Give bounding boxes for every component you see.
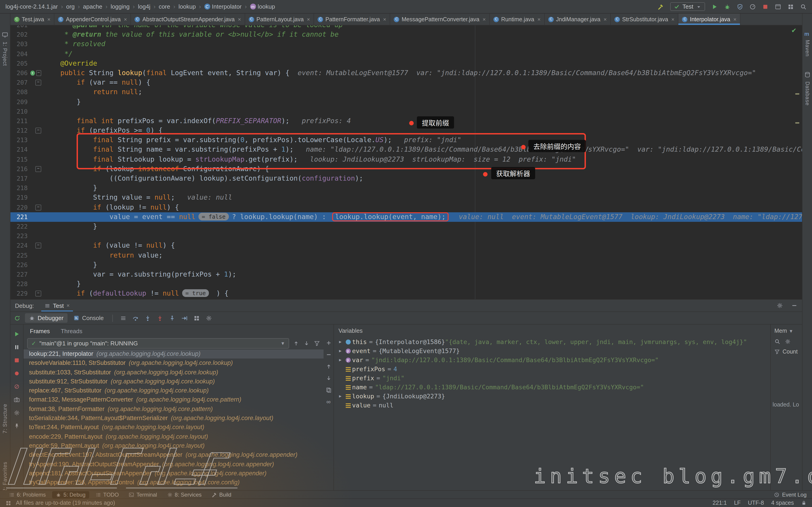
toolwindow-button-5-debug[interactable]: 5: Debug — [52, 491, 89, 498]
sidebar-item-structure[interactable]: 7: Structure — [2, 404, 8, 434]
settings-icon[interactable] — [206, 315, 212, 321]
profiler-icon[interactable] — [750, 3, 756, 10]
breadcrumb-item[interactable]: mlookup — [250, 3, 275, 10]
tab-console[interactable]: Console — [69, 313, 108, 323]
resume-icon[interactable] — [14, 331, 20, 337]
search-icon[interactable] — [774, 339, 780, 344]
sidebar-item-project[interactable]: 1: Project — [2, 42, 8, 66]
breadcrumb-item[interactable]: CInterpolator — [204, 3, 242, 10]
fold-icon[interactable]: − — [36, 70, 41, 76]
tab-patternlayout-java[interactable]: CPatternLayout.java× — [245, 13, 314, 25]
expand-icon[interactable]: ▶ — [337, 340, 344, 344]
lock-icon[interactable] — [801, 500, 807, 506]
step-over-icon[interactable] — [132, 315, 139, 321]
stack-frame[interactable]: append:181, AbstractOutputStreamAppender… — [23, 469, 323, 478]
toolwindow-button-8-services[interactable]: 8: Services — [163, 491, 205, 498]
close-icon[interactable]: × — [604, 16, 607, 22]
stack-frame[interactable]: lookup:221, Interpolator(org.apache.logg… — [23, 349, 323, 359]
coverage-icon[interactable] — [737, 3, 743, 10]
indent-setting[interactable]: 4 spaces — [771, 500, 794, 506]
stack-frame[interactable]: tryAppend:190, AbstractOutputStreamAppen… — [23, 460, 323, 469]
close-icon[interactable]: × — [733, 16, 737, 22]
toolwindow-button-terminal[interactable]: Terminal — [125, 491, 161, 498]
expand-icon[interactable]: ▶ — [337, 357, 344, 362]
toolwindow-button-todo[interactable]: TODO — [92, 491, 122, 498]
arrow-up-icon[interactable] — [325, 363, 332, 370]
run-config-select[interactable]: Test — [670, 2, 705, 11]
close-icon[interactable]: × — [238, 16, 241, 22]
pin-icon[interactable] — [14, 423, 20, 429]
minimize-icon[interactable] — [791, 302, 798, 309]
step-into-icon[interactable] — [145, 315, 151, 321]
toolwindow-button-6-problems[interactable]: 6: Problems — [5, 491, 49, 498]
expand-icon[interactable]: ▶ — [337, 349, 344, 353]
run-cursor-icon[interactable] — [181, 315, 188, 321]
tab-interpolator-java[interactable]: CInterpolator.java× — [678, 13, 741, 25]
play-icon[interactable] — [711, 3, 718, 10]
event-log-button[interactable]: Event Log — [774, 491, 807, 498]
close-icon[interactable]: × — [483, 16, 486, 22]
breadcrumb-item[interactable]: log4j-core-2.14.1.jar — [5, 3, 58, 10]
plus-icon[interactable] — [325, 340, 332, 346]
gear-icon[interactable] — [777, 302, 783, 309]
variable-row[interactable]: ▶this={Interpolator@1586} "{date, java, … — [334, 337, 770, 346]
menu-icon[interactable] — [120, 315, 126, 321]
stop-icon[interactable] — [14, 357, 20, 363]
file-encoding[interactable]: UTF-8 — [748, 500, 764, 506]
stack-frame[interactable]: substitute:912, StrSubstitutor(org.apach… — [23, 377, 323, 386]
override-marker-icon[interactable]: ↑ — [30, 71, 35, 75]
fold-icon[interactable]: − — [35, 243, 41, 249]
close-icon[interactable]: × — [538, 16, 541, 22]
breadcrumb-item[interactable]: core — [159, 3, 170, 10]
variable-row[interactable]: name="ldap://127.0.0.1:1389/Basic/Comman… — [334, 383, 770, 392]
thread-dump-icon[interactable] — [14, 397, 20, 403]
funnel-icon[interactable] — [314, 340, 320, 346]
toolwindow-button-build[interactable]: Build — [208, 491, 235, 498]
breadcrumb-item[interactable]: apache — [83, 3, 102, 10]
stack-frame[interactable]: tryCallAppender:156, AppenderControl(org… — [23, 478, 323, 487]
fold-icon[interactable]: − — [35, 128, 41, 133]
tab-jndimanager-java[interactable]: CJndiManager.java× — [545, 13, 611, 25]
breadcrumb-item[interactable]: logging — [111, 3, 130, 10]
bug-icon[interactable] — [724, 3, 730, 10]
tab-runtime-java[interactable]: CRuntime.java× — [490, 13, 545, 25]
grid-icon[interactable] — [194, 315, 200, 321]
search-icon[interactable] — [800, 3, 807, 10]
mute-breakpoints-icon[interactable] — [14, 383, 20, 390]
tab-threads[interactable]: Threads — [61, 328, 82, 334]
debug-session-tab[interactable]: Test × — [41, 300, 73, 312]
stack-frame[interactable]: format:132, MessagePatternConverter(org.… — [23, 395, 323, 405]
tab-test-java[interactable]: CTest.java× — [10, 13, 55, 25]
arrow-up-icon[interactable] — [293, 340, 299, 346]
step-out-icon[interactable] — [169, 315, 175, 321]
fold-icon[interactable]: − — [35, 80, 41, 86]
stack-frame[interactable]: replace:467, StrSubstitutor(org.apache.l… — [23, 386, 323, 395]
stack-frame[interactable]: substitute:1033, StrSubstitutor(org.apac… — [23, 368, 323, 377]
sidebar-item-maven[interactable]: Maven — [805, 40, 810, 57]
variable-row[interactable]: ▶lookup={JndiLookup@2273} — [334, 392, 770, 401]
stack-frame[interactable]: directEncodeEvent:197, AbstractOutputStr… — [23, 451, 323, 460]
grid-icon[interactable] — [788, 3, 794, 10]
variable-row[interactable]: value=null — [334, 401, 770, 410]
breadcrumb-item[interactable]: lookup — [179, 3, 196, 10]
variable-row[interactable]: ▶pvar="jndi:ldap://127.0.0.1:1389/Basic/… — [334, 355, 770, 364]
window-icon[interactable] — [775, 3, 781, 10]
close-icon[interactable]: × — [307, 16, 310, 22]
stack-frame[interactable]: toSerializable:344, PatternLayout$Patter… — [23, 414, 323, 423]
pause-icon[interactable] — [14, 344, 20, 350]
minus-icon[interactable] — [325, 352, 332, 357]
fold-icon[interactable]: − — [35, 205, 41, 210]
caret-position[interactable]: 221:1 — [713, 500, 727, 506]
line-separator[interactable]: LF — [734, 500, 741, 506]
stack-frame[interactable]: encode:229, PatternLayout(org.apache.log… — [23, 432, 323, 441]
breadcrumb-item[interactable]: log4j — [138, 3, 150, 10]
force-step-into-icon[interactable] — [157, 315, 163, 321]
tab-strsubstitutor-java[interactable]: CStrSubstitutor.java× — [611, 13, 678, 25]
sidebar-item-database[interactable]: Database — [805, 81, 810, 106]
stack-frame[interactable]: resolveVariable:1110, StrSubstitutor(org… — [23, 359, 323, 368]
settings-icon[interactable] — [14, 410, 20, 416]
tab-patternformatter-java[interactable]: CPatternFormatter.java× — [314, 13, 390, 25]
close-icon[interactable]: × — [383, 16, 386, 22]
close-icon[interactable]: × — [47, 16, 51, 22]
copy-icon[interactable] — [325, 387, 332, 393]
